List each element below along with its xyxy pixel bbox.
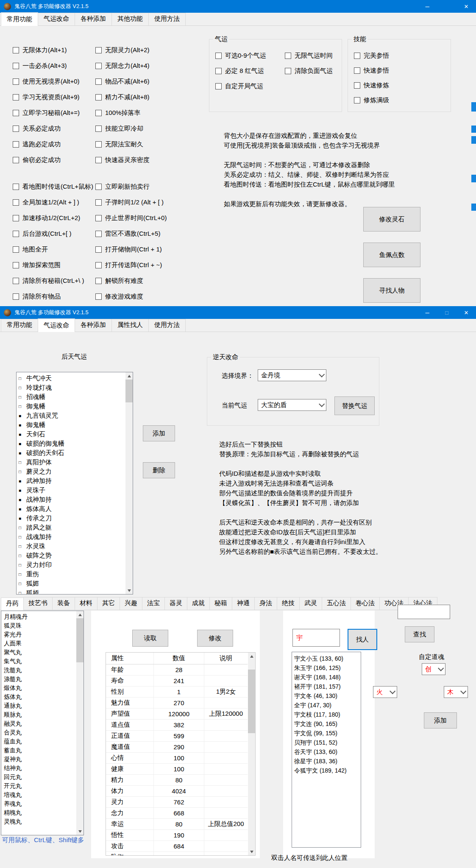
checkbox[interactable] (95, 184, 102, 190)
checkbox[interactable] (13, 110, 19, 116)
item-list-entry[interactable]: 煅体丸 (4, 684, 84, 692)
checkbox[interactable] (13, 141, 19, 148)
item-list-entry[interactable]: 聚气丸 (4, 648, 84, 657)
fortune-list-item[interactable]: ■传承之刀 (19, 514, 133, 523)
fortune-list-item[interactable]: □招魂幡 (19, 392, 133, 402)
category-tab[interactable]: 兴趣 (120, 597, 142, 610)
checkbox-option[interactable]: 清除负面气运 (285, 66, 345, 76)
category-tab[interactable]: 其它 (97, 597, 120, 610)
checkbox-option[interactable]: 关系必定成功 (13, 121, 80, 137)
item-list-entry[interactable]: 回元丸 (4, 773, 84, 781)
table-row[interactable]: 正道值 599 (106, 731, 248, 742)
checkbox-option[interactable]: 无限法宝耐久 (95, 137, 150, 152)
item-list-entry[interactable]: 涤髓丸 (4, 675, 84, 684)
scrollbar[interactable] (125, 372, 133, 594)
checkbox-option[interactable]: 清除所有物品 (13, 289, 93, 304)
scroll-up-icon[interactable] (76, 611, 84, 618)
checkbox-option[interactable]: 清除所有秘籍(CtrL+\ ) (13, 273, 93, 289)
checkbox-option[interactable]: 打开传送阵(Ctrl + ~) (95, 257, 167, 273)
checkbox[interactable] (95, 141, 102, 148)
checkbox-option[interactable]: 快速修炼 (354, 80, 389, 90)
checkbox-option[interactable]: 必定 8 红气运 (215, 66, 285, 76)
item-list-entry[interactable]: 精魄丸 (4, 808, 84, 817)
replace-fortune-button[interactable]: 替换气运 (334, 396, 375, 415)
item-list-entry[interactable]: 狐灵珠 (4, 621, 84, 630)
table-row[interactable]: 道点值 382 (106, 720, 248, 731)
table-row[interactable]: 寿命 241 (106, 675, 248, 687)
checkbox-option[interactable]: 100%掉落率 (95, 105, 150, 121)
search-result-item[interactable]: 宇文枝 (117, 180) (294, 710, 361, 720)
checkbox-option[interactable]: 解锁所有难度 (95, 273, 167, 289)
fortune-list-item[interactable]: □重伤 (19, 569, 133, 579)
checkbox[interactable] (215, 68, 222, 74)
read-button[interactable]: 读取 (132, 630, 168, 647)
element-select-1[interactable]: 火 (373, 686, 397, 698)
checkbox-option[interactable]: 快速参悟 (354, 65, 389, 75)
checkbox-option[interactable]: 精力不减(Alt+8) (95, 89, 150, 105)
minimize-icon[interactable]: ─ (418, 306, 437, 319)
checkbox-option[interactable]: 立即刷新拍卖行 (95, 179, 167, 195)
fortune-list-item[interactable]: □真阳护体 (19, 458, 133, 467)
checkbox[interactable] (13, 278, 19, 284)
checkbox[interactable] (95, 215, 102, 221)
search-result-item[interactable]: 褚开宇 (181, 157) (294, 682, 361, 692)
element-select-2[interactable]: 木 (444, 686, 468, 698)
tab[interactable]: 气运改命 (38, 318, 75, 332)
minimize-icon[interactable]: ─ (418, 0, 437, 13)
item-list-entry[interactable]: 结神丸 (4, 764, 84, 773)
modify-button[interactable]: 修改 (197, 630, 233, 647)
checkbox-option[interactable]: 立即学习秘籍(Alt+=) (13, 105, 80, 121)
search-result-item[interactable]: 谷天宇 (133, 60) (294, 748, 361, 757)
checkbox[interactable] (215, 83, 222, 89)
checkbox-option[interactable]: 完美参悟 (354, 50, 389, 61)
checkbox[interactable] (95, 126, 102, 132)
checkbox[interactable] (13, 126, 19, 132)
table-row[interactable]: 攻击 684 (106, 841, 248, 852)
checkbox[interactable] (13, 63, 19, 69)
category-tab[interactable]: 法宝 (142, 597, 165, 610)
tab[interactable]: 属性找人 (111, 319, 149, 332)
scrollbar[interactable] (76, 611, 84, 835)
item-list-entry[interactable]: 集气丸 (4, 657, 84, 666)
category-tab[interactable]: 五心法 (322, 597, 351, 610)
checkbox-option[interactable]: 停止世界时间(CtrL+0) (95, 210, 167, 226)
fortune-list-item[interactable]: □御鬼幡 (19, 402, 133, 411)
fortune-list-item[interactable]: □灵力封印 (19, 560, 133, 569)
item-list-entry[interactable]: 通脉丸 (4, 701, 84, 710)
table-row[interactable]: 魔道值 290 (106, 742, 248, 753)
checkbox[interactable] (95, 199, 102, 206)
fortune-list-item[interactable]: ■灵珠子 (19, 486, 133, 495)
scroll-thumb[interactable] (125, 380, 133, 402)
checkbox[interactable] (13, 293, 19, 300)
fortune-listbox[interactable]: □牛气冲天 □玲珑灯魂 □招魂幡 □御鬼幡 ■九言镇灵咒 ■御鬼幡 ■天剑石 ■… (16, 372, 133, 594)
checkbox-option[interactable]: 无限灵力(Alt+2) (95, 42, 150, 58)
scroll-down-icon[interactable] (76, 828, 84, 835)
checkbox-option[interactable]: 一击必杀(Alt+3) (13, 58, 80, 74)
search-name-input[interactable] (292, 629, 340, 647)
search-result-item[interactable]: 全宇 (147, 30) (294, 701, 361, 710)
fortune-list-item[interactable]: ■天剑石 (19, 430, 133, 439)
category-tab[interactable]: 技艺书 (23, 597, 53, 610)
search-result-item[interactable]: 宇文侃 (99, 155) (294, 729, 361, 738)
table-row[interactable]: 念力 668 (106, 808, 248, 819)
titlebar[interactable]: 鬼谷八荒 多功能修改器 V2.1.5 ─ ✕ (0, 0, 476, 13)
item-list-entry[interactable]: 顺脉丸 (4, 710, 84, 719)
checkbox-option[interactable]: 自定开局气运 (215, 81, 285, 91)
table-row[interactable]: 年龄 28 (106, 664, 248, 675)
fortune-list-item[interactable]: ■破损的御鬼幡 (19, 439, 133, 448)
tab[interactable]: 气运改命 (38, 13, 75, 25)
checkbox[interactable] (13, 246, 19, 253)
fortune-list-item[interactable]: □牛气冲天 (19, 374, 133, 383)
category-tab[interactable]: 身法 (254, 597, 277, 610)
checkbox[interactable] (95, 110, 102, 116)
category-tab[interactable]: 秘籍 (209, 597, 232, 610)
item-list-entry[interactable]: 凝神丸 (4, 755, 84, 764)
item-list-entry[interactable]: 人面果 (4, 639, 84, 648)
item-list-entry[interactable]: 炼体丸 (4, 692, 84, 701)
checkbox-option[interactable]: 雷区不遇敌(CtrL+5) (95, 226, 167, 242)
item-list-entry[interactable]: 蕴血丸 (4, 737, 84, 746)
checkbox[interactable] (354, 97, 360, 103)
checkbox-option[interactable]: 增加探索范围 (13, 257, 93, 273)
fortune-list-item[interactable]: ■炼体高人 (19, 504, 133, 514)
checkbox[interactable] (13, 231, 19, 237)
